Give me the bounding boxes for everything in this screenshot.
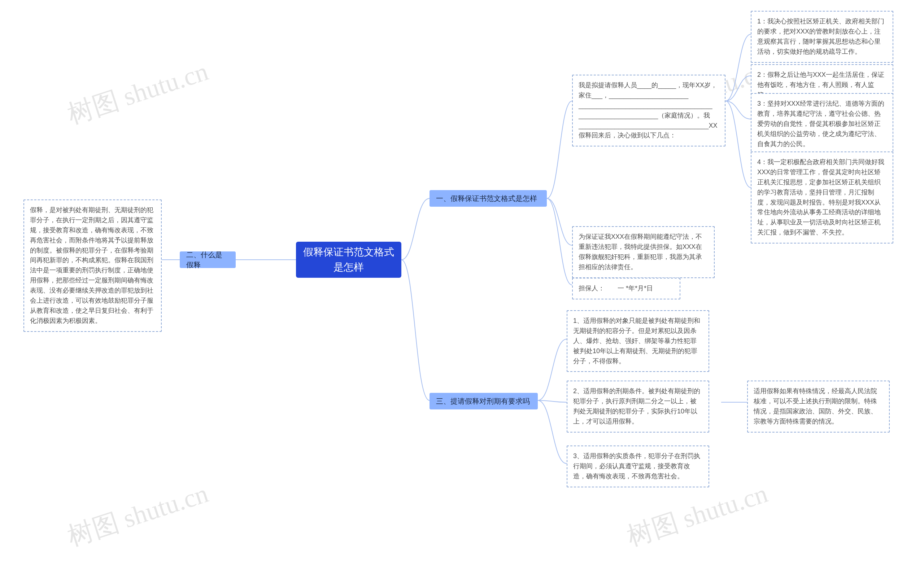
leaf-text: 1：我决心按照社区矫正机关、政府相关部门的要求，把对XXX的管教时刻放在心上，注… xyxy=(757,18,884,55)
watermark: 树图 shutu.cn xyxy=(63,54,213,132)
leaf-req-2: 2、适用假释的刑期条件。被判处有期徒刑的犯罪分子，执行原判刑期二分之一以上，被判… xyxy=(567,380,709,433)
watermark: 树图 shutu.cn xyxy=(63,476,213,554)
leaf-point-3: 3：坚持对XXX经常进行法纪、道德等方面的教育，培养其遵纪守法，遵守社会公德、热… xyxy=(751,93,893,155)
watermark: 树图 shutu.cn xyxy=(622,476,772,554)
leaf-guarantee-intro: 我是拟提请假释人员____的_____，现年XX岁，家住___，________… xyxy=(572,75,726,147)
leaf-text: 2、适用假释的刑期条件。被判处有期徒刑的犯罪分子，执行原判刑期二分之一以上，被判… xyxy=(573,388,700,425)
leaf-text: 我是拟提请假释人员____的_____，现年XX岁，家住___，________… xyxy=(579,82,717,139)
leaf-text: 假释，是对被判处有期徒刑、无期徒刑的犯罪分子，在执行一定刑期之后，因其遵守监规，… xyxy=(30,206,153,324)
branch-label: 二、什么是假释 xyxy=(186,250,229,270)
leaf-guarantor-date: 担保人： 一 *年*月*日 xyxy=(572,278,680,299)
leaf-text: 4：我一定积极配合政府相关部门共同做好我XXX的日常管理工作，督促其定时向社区矫… xyxy=(757,158,884,236)
leaf-point-4: 4：我一定积极配合政府相关部门共同做好我XXX的日常管理工作，督促其定时向社区矫… xyxy=(751,151,893,244)
leaf-text: 1、适用假释的对象只能是被判处有期徒刑和无期徒刑的犯容分子。但是对累犯以及因杀人… xyxy=(573,317,700,365)
leaf-req-2-special: 适用假释如果有特殊情况，经最高人民法院核准，可以不受上述执行刑期的限制。特殊情况… xyxy=(747,380,890,433)
branch-guarantee-format[interactable]: 一、假释保证书范文格式是怎样 xyxy=(429,190,547,207)
branch-label: 一、假释保证书范文格式是怎样 xyxy=(436,193,537,204)
branch-term-requirement[interactable]: 三、提请假释对刑期有要求吗 xyxy=(429,393,538,409)
leaf-req-3: 3、适用假释的实质条件，犯罪分子在刑罚执行期间，必须认真遵守监规，接受教育改造，… xyxy=(567,446,709,487)
leaf-text: 为保证证我XXX在假释期间能遵纪守法，不重新违法犯罪，我特此提供担保。如XXX在… xyxy=(579,233,702,271)
leaf-text: 3：坚持对XXX经常进行法纪、道德等方面的教育，培养其遵纪守法，遵守社会公德、热… xyxy=(757,100,884,148)
branch-what-is-parole[interactable]: 二、什么是假释 xyxy=(180,252,236,268)
leaf-text: 担保人： 一 *年*月*日 xyxy=(579,284,653,292)
center-topic[interactable]: 假释保证书范文格式是怎样 xyxy=(296,242,401,278)
leaf-guarantee-responsibility: 为保证证我XXX在假释期间能遵纪守法，不重新违法犯罪，我特此提供担保。如XXX在… xyxy=(572,226,715,278)
center-topic-label: 假释保证书范文格式是怎样 xyxy=(303,245,394,275)
leaf-text: 适用假释如果有特殊情况，经最高人民法院核准，可以不受上述执行刑期的限制。特殊情况… xyxy=(754,388,877,425)
branch-label: 三、提请假释对刑期有要求吗 xyxy=(436,396,530,406)
leaf-text: 3、适用假释的实质条件，犯罪分子在刑罚执行期间，必须认真遵守监规，接受教育改造，… xyxy=(573,452,700,480)
leaf-what-is-parole-desc: 假释，是对被判处有期徒刑、无期徒刑的犯罪分子，在执行一定刑期之后，因其遵守监规，… xyxy=(24,199,162,332)
leaf-point-1: 1：我决心按照社区矫正机关、政府相关部门的要求，把对XXX的管教时刻放在心上，注… xyxy=(751,11,893,63)
leaf-req-1: 1、适用假释的对象只能是被判处有期徒刑和无期徒刑的犯容分子。但是对累犯以及因杀人… xyxy=(567,310,709,372)
